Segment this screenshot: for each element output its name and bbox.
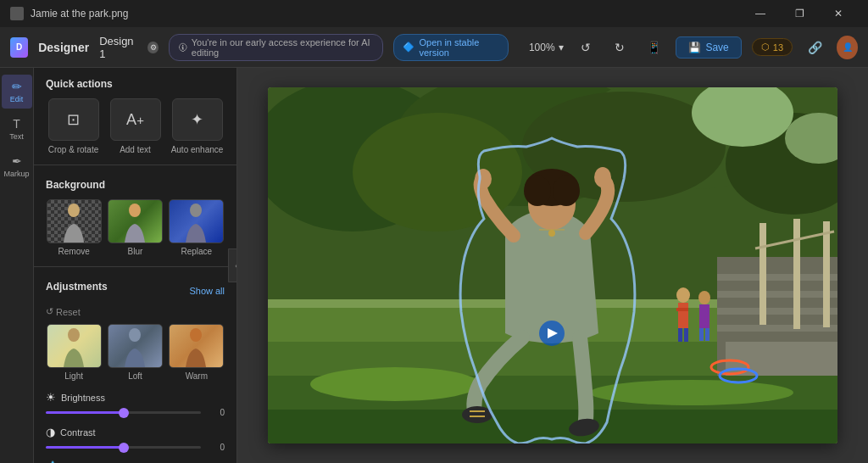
background-remove-option[interactable]: Remove xyxy=(46,199,102,256)
save-button[interactable]: 💾 Save xyxy=(676,36,741,59)
svg-rect-35 xyxy=(678,328,682,342)
loft-label: Loft xyxy=(128,371,142,381)
share-button[interactable]: 🔗 xyxy=(803,34,826,61)
save-icon: 💾 xyxy=(688,42,701,53)
contrast-label: Contrast xyxy=(60,427,96,438)
coins-icon: ⬡ xyxy=(761,42,770,53)
quick-actions-section: Quick actions ⊡ Crop & rotate A+ Add tex… xyxy=(34,68,236,161)
menu-bar: D Designer Design 1 ⚙ 🛈 You're in our ea… xyxy=(0,27,868,68)
app-icon xyxy=(10,7,24,20)
contrast-slider-row: ◑ Contrast 0 xyxy=(46,426,225,452)
svg-rect-33 xyxy=(678,303,688,328)
svg-point-2 xyxy=(190,204,202,217)
remove-bg-thumbnail xyxy=(47,199,102,243)
svg-point-5 xyxy=(190,328,202,342)
undo-button[interactable]: ↺ xyxy=(574,34,598,61)
warm-thumbnail xyxy=(169,324,224,368)
svg-point-1 xyxy=(129,204,141,217)
doc-status-badge: ⚙ xyxy=(147,42,158,53)
minimize-button[interactable]: — xyxy=(741,0,780,27)
add-text-action[interactable]: A+ Add text xyxy=(108,98,163,154)
svg-point-45 xyxy=(524,176,551,206)
svg-rect-36 xyxy=(684,328,688,342)
background-blur-option[interactable]: Blur xyxy=(107,199,163,256)
sidebar-item-edit[interactable]: ✏ Edit xyxy=(2,75,32,109)
svg-point-0 xyxy=(68,204,80,217)
filter-light[interactable]: Light xyxy=(46,324,102,381)
svg-point-32 xyxy=(676,287,690,303)
maximize-button[interactable]: ❐ xyxy=(780,0,819,27)
brightness-label-row: ☀ Brightness xyxy=(46,391,225,404)
redo-button[interactable]: ↻ xyxy=(608,34,632,61)
enhance-label: Auto enhance xyxy=(171,145,224,154)
adjustments-header: Adjustments Show all xyxy=(46,281,225,301)
early-access-icon: 🛈 xyxy=(178,42,187,53)
sidebar-item-text[interactable]: T Text xyxy=(2,112,32,146)
brightness-value: 0 xyxy=(208,408,225,417)
left-panel: Quick actions ⊡ Crop & rotate A+ Add tex… xyxy=(34,68,237,463)
brightness-slider[interactable] xyxy=(46,411,201,414)
early-access-badge: 🛈 You're in our early access experience … xyxy=(169,34,384,61)
quick-actions-grid: ⊡ Crop & rotate A+ Add text ✦ Auto enhan… xyxy=(46,98,225,154)
show-all-button[interactable]: Show all xyxy=(189,286,225,296)
background-replace-option[interactable]: Replace xyxy=(169,199,225,256)
open-stable-button[interactable]: 🔷 Open in stable version xyxy=(393,34,508,61)
warm-label: Warm xyxy=(186,371,208,381)
svg-rect-30 xyxy=(823,221,830,327)
contrast-value: 0 xyxy=(208,443,225,452)
background-section: Background Remove xyxy=(34,169,236,263)
close-button[interactable]: ✕ xyxy=(819,0,858,27)
zoom-control[interactable]: 100% ▾ xyxy=(529,42,564,53)
svg-point-20 xyxy=(310,367,480,401)
filter-loft[interactable]: Loft xyxy=(107,324,163,381)
enhance-icon: ✦ xyxy=(172,98,223,141)
svg-point-47 xyxy=(475,169,492,189)
replace-bg-thumbnail xyxy=(169,199,224,243)
quick-actions-title: Quick actions xyxy=(46,78,225,90)
svg-rect-28 xyxy=(760,223,766,325)
svg-point-56 xyxy=(548,230,555,237)
replace-label: Replace xyxy=(181,247,212,256)
loft-thumbnail xyxy=(108,324,163,368)
panel-collapse-button[interactable]: ‹ xyxy=(228,248,237,282)
svg-point-49 xyxy=(462,406,492,423)
text-label: Text xyxy=(9,132,24,141)
reset-button[interactable]: ↺ Reset xyxy=(46,306,225,317)
svg-rect-27 xyxy=(726,342,837,376)
remove-figure xyxy=(47,200,101,243)
svg-rect-40 xyxy=(705,328,709,341)
svg-point-4 xyxy=(129,328,141,342)
contrast-slider[interactable] xyxy=(46,446,201,449)
doc-name: Design 1 xyxy=(99,35,137,60)
app-name: Designer xyxy=(38,41,89,54)
background-title: Background xyxy=(46,179,225,191)
crop-label: Crop & rotate xyxy=(48,145,98,154)
crop-rotate-action[interactable]: ⊡ Crop & rotate xyxy=(46,98,101,154)
open-stable-label: Open in stable version xyxy=(419,37,498,58)
text-icon: T xyxy=(13,117,20,131)
brightness-label: Brightness xyxy=(61,393,105,403)
app-logo: D xyxy=(10,37,28,58)
user-avatar[interactable]: 👤 xyxy=(837,36,858,59)
brightness-slider-container: 0 xyxy=(46,408,225,417)
filter-warm[interactable]: Warm xyxy=(169,324,225,381)
svg-rect-24 xyxy=(717,291,837,298)
credits-value: 13 xyxy=(773,42,783,53)
add-text-icon: A+ xyxy=(110,98,161,141)
auto-enhance-action[interactable]: ✦ Auto enhance xyxy=(170,98,225,154)
edit-label: Edit xyxy=(10,95,24,103)
svg-point-46 xyxy=(553,176,580,206)
canvas-image xyxy=(268,87,837,443)
crop-icon: ⊡ xyxy=(48,98,99,141)
svg-point-37 xyxy=(698,291,710,304)
window-title: Jamie at the park.png xyxy=(31,8,128,20)
adjustments-section: Adjustments Show all ↺ Reset Light xyxy=(34,271,236,463)
zoom-value: 100% xyxy=(529,42,555,53)
remove-label: Remove xyxy=(58,247,90,256)
sidebar-item-markup[interactable]: ✒ Markup xyxy=(2,149,32,183)
early-access-text: You're in our early access experience fo… xyxy=(192,37,375,58)
reset-icon: ↺ xyxy=(46,306,53,317)
edit-icon: ✏ xyxy=(12,80,22,93)
svg-rect-26 xyxy=(717,325,837,332)
phone-preview-button[interactable]: 📱 xyxy=(642,34,665,61)
